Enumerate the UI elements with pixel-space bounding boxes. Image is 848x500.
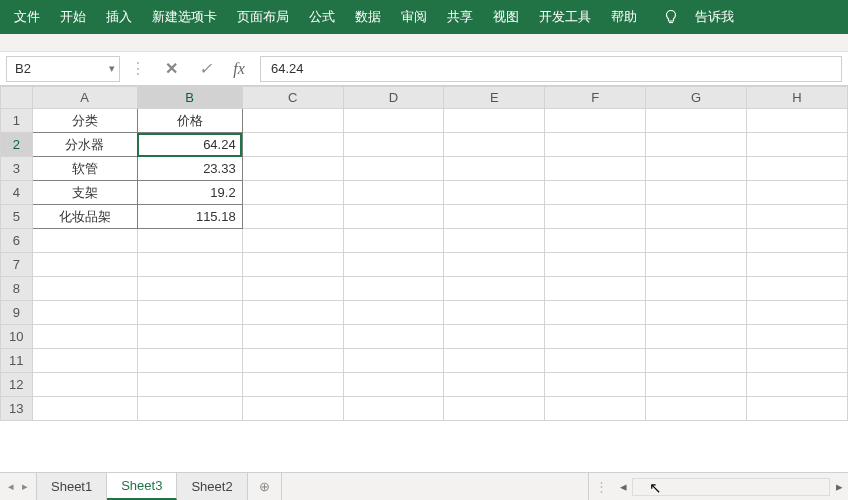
- cell-C9[interactable]: [242, 301, 343, 325]
- cell-E2[interactable]: [444, 133, 545, 157]
- cell-E8[interactable]: [444, 277, 545, 301]
- cell-G5[interactable]: [646, 205, 747, 229]
- cell-B13[interactable]: [137, 397, 242, 421]
- tell-me[interactable]: 告诉我: [689, 0, 740, 34]
- cell-B8[interactable]: [137, 277, 242, 301]
- cell-B6[interactable]: [137, 229, 242, 253]
- cell-E11[interactable]: [444, 349, 545, 373]
- cell-F10[interactable]: [545, 325, 646, 349]
- cell-H2[interactable]: [747, 133, 848, 157]
- cell-A3[interactable]: 软管: [32, 157, 137, 181]
- cell-C11[interactable]: [242, 349, 343, 373]
- cell-H7[interactable]: [747, 253, 848, 277]
- ribbon-tab-3[interactable]: 新建选项卡: [142, 0, 227, 34]
- cell-H9[interactable]: [747, 301, 848, 325]
- cell-H12[interactable]: [747, 373, 848, 397]
- scroll-track[interactable]: [632, 478, 830, 496]
- nav-prev-icon[interactable]: ◂: [8, 480, 14, 493]
- col-header-B[interactable]: B: [137, 87, 242, 109]
- cell-B12[interactable]: [137, 373, 242, 397]
- cell-E6[interactable]: [444, 229, 545, 253]
- scroll-right-icon[interactable]: ▸: [830, 479, 848, 494]
- cell-G8[interactable]: [646, 277, 747, 301]
- ribbon-tab-7[interactable]: 审阅: [391, 0, 437, 34]
- ribbon-tab-5[interactable]: 公式: [299, 0, 345, 34]
- row-header-4[interactable]: 4: [1, 181, 33, 205]
- cell-B4[interactable]: 19.2: [137, 181, 242, 205]
- sheet-tab-Sheet3[interactable]: Sheet3: [107, 473, 177, 500]
- cell-E4[interactable]: [444, 181, 545, 205]
- cell-F2[interactable]: [545, 133, 646, 157]
- cell-E13[interactable]: [444, 397, 545, 421]
- cell-C8[interactable]: [242, 277, 343, 301]
- ribbon-tab-10[interactable]: 开发工具: [529, 0, 601, 34]
- ribbon-tab-8[interactable]: 共享: [437, 0, 483, 34]
- row-header-12[interactable]: 12: [1, 373, 33, 397]
- cell-G4[interactable]: [646, 181, 747, 205]
- cell-C2[interactable]: [242, 133, 343, 157]
- cell-G3[interactable]: [646, 157, 747, 181]
- cell-A1[interactable]: 分类: [32, 109, 137, 133]
- cell-C3[interactable]: [242, 157, 343, 181]
- cell-G9[interactable]: [646, 301, 747, 325]
- ribbon-tab-6[interactable]: 数据: [345, 0, 391, 34]
- cell-H5[interactable]: [747, 205, 848, 229]
- cell-D2[interactable]: [343, 133, 444, 157]
- cell-H13[interactable]: [747, 397, 848, 421]
- cell-F6[interactable]: [545, 229, 646, 253]
- ribbon-tab-2[interactable]: 插入: [96, 0, 142, 34]
- cell-C4[interactable]: [242, 181, 343, 205]
- cell-C5[interactable]: [242, 205, 343, 229]
- cell-E12[interactable]: [444, 373, 545, 397]
- cell-G6[interactable]: [646, 229, 747, 253]
- col-header-E[interactable]: E: [444, 87, 545, 109]
- horizontal-scrollbar[interactable]: ⋮ ◂ ▸ ↖: [588, 473, 848, 500]
- cell-D13[interactable]: [343, 397, 444, 421]
- nav-next-icon[interactable]: ▸: [22, 480, 28, 493]
- select-all-corner[interactable]: [1, 87, 33, 109]
- row-header-1[interactable]: 1: [1, 109, 33, 133]
- cell-D7[interactable]: [343, 253, 444, 277]
- name-box[interactable]: B2 ▾: [6, 56, 120, 82]
- cell-A6[interactable]: [32, 229, 137, 253]
- cell-H3[interactable]: [747, 157, 848, 181]
- cell-B5[interactable]: 115.18: [137, 205, 242, 229]
- col-header-G[interactable]: G: [646, 87, 747, 109]
- row-header-8[interactable]: 8: [1, 277, 33, 301]
- cell-D3[interactable]: [343, 157, 444, 181]
- cell-B10[interactable]: [137, 325, 242, 349]
- cell-E1[interactable]: [444, 109, 545, 133]
- cell-D11[interactable]: [343, 349, 444, 373]
- row-header-3[interactable]: 3: [1, 157, 33, 181]
- ribbon-tab-4[interactable]: 页面布局: [227, 0, 299, 34]
- cell-D5[interactable]: [343, 205, 444, 229]
- cell-A4[interactable]: 支架: [32, 181, 137, 205]
- cell-F1[interactable]: [545, 109, 646, 133]
- row-header-9[interactable]: 9: [1, 301, 33, 325]
- cell-F3[interactable]: [545, 157, 646, 181]
- col-header-H[interactable]: H: [747, 87, 848, 109]
- cell-A11[interactable]: [32, 349, 137, 373]
- cell-D1[interactable]: [343, 109, 444, 133]
- cell-H11[interactable]: [747, 349, 848, 373]
- cell-C6[interactable]: [242, 229, 343, 253]
- cell-G10[interactable]: [646, 325, 747, 349]
- cell-D8[interactable]: [343, 277, 444, 301]
- cell-A12[interactable]: [32, 373, 137, 397]
- cell-E7[interactable]: [444, 253, 545, 277]
- col-header-F[interactable]: F: [545, 87, 646, 109]
- cell-H8[interactable]: [747, 277, 848, 301]
- cell-B3[interactable]: 23.33: [137, 157, 242, 181]
- col-header-C[interactable]: C: [242, 87, 343, 109]
- add-sheet-button[interactable]: ⊕: [248, 473, 282, 500]
- cell-A9[interactable]: [32, 301, 137, 325]
- cell-D10[interactable]: [343, 325, 444, 349]
- cell-D12[interactable]: [343, 373, 444, 397]
- cell-C10[interactable]: [242, 325, 343, 349]
- row-header-5[interactable]: 5: [1, 205, 33, 229]
- cell-E5[interactable]: [444, 205, 545, 229]
- cell-G2[interactable]: [646, 133, 747, 157]
- sheet-tab-Sheet1[interactable]: Sheet1: [36, 473, 107, 500]
- cell-A2[interactable]: 分水器: [32, 133, 137, 157]
- cell-A13[interactable]: [32, 397, 137, 421]
